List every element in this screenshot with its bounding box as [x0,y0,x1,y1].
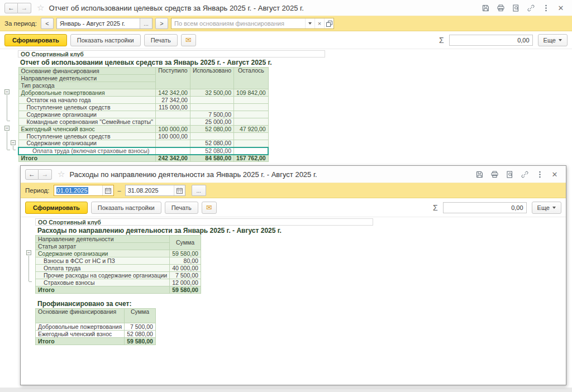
more-menu-icon[interactable] [541,3,550,12]
preview-icon[interactable] [511,3,520,12]
row-label-cell[interactable]: Итого [36,338,125,345]
value-cell[interactable]: 40 000,00 [170,265,201,272]
row-label-cell[interactable]: Страховые взносы [36,279,170,286]
row-label-cell[interactable]: Оплата труда [36,265,170,272]
company-cell[interactable]: ОО Спортивный клуб [18,50,325,58]
value-cell[interactable]: 157 762,00 [234,155,269,162]
forward-button[interactable]: → [39,169,52,180]
link-icon[interactable] [520,170,529,179]
period-field[interactable]: Январь - Август 2025 г. ... [56,18,152,29]
save-icon[interactable] [481,3,490,12]
value-cell[interactable] [234,147,269,155]
sum-field[interactable]: 0,00 [449,35,533,46]
value-cell[interactable]: 52 080,00 [190,147,233,155]
calendar-icon[interactable] [174,185,185,195]
column-header-cell[interactable]: Сумма [170,236,201,250]
row-label-cell[interactable]: Ежегодный членский взнос [36,331,125,338]
value-cell[interactable] [190,97,233,104]
value-cell[interactable] [190,133,233,140]
preview-icon[interactable] [505,170,514,179]
value-cell[interactable] [234,133,269,140]
more-button[interactable]: Еще [538,34,568,46]
settings-button[interactable]: Показать настройки [91,202,161,214]
dropdown-icon[interactable] [305,18,314,28]
row-header-cell[interactable]: Статья затрат [36,243,170,250]
settings-button[interactable]: Показать настройки [70,34,141,46]
row-label-cell[interactable]: Содержание организации [36,250,170,257]
period-choose-button[interactable]: ... [192,185,206,196]
company-cell[interactable]: ОО Спортивный клуб [35,218,373,226]
value-cell[interactable] [155,140,190,147]
value-cell[interactable]: 59 580,00 [170,250,201,257]
value-cell[interactable]: 52 080,00 [190,126,233,133]
collapse-toggle-icon[interactable]: − [11,140,16,145]
more-menu-icon[interactable] [535,170,544,179]
email-button[interactable]: ✉ [181,34,196,46]
value-cell[interactable]: 80,00 [170,257,201,265]
row-label-cell[interactable]: Добровольные пожертвования [18,89,155,97]
print-button[interactable]: Печать [144,34,178,46]
next-period-button[interactable]: > [155,18,168,29]
email-button[interactable]: ✉ [202,202,217,214]
forward-button[interactable]: → [18,3,31,13]
print-icon[interactable] [496,3,505,12]
value-cell[interactable]: 7 500,00 [190,111,233,118]
row-label-cell[interactable]: Итого [18,155,155,162]
value-cell[interactable]: 32 500,00 [190,89,233,97]
calendar-icon[interactable] [102,185,113,195]
value-cell[interactable]: 52 080,00 [190,140,233,147]
row-label-cell[interactable]: Содержание организации [18,140,155,147]
clear-icon[interactable]: × [314,18,324,28]
favorite-star-icon[interactable]: ☆ [37,3,44,13]
date-to-field[interactable]: 31.08.2025 [125,185,185,196]
value-cell[interactable]: 59 580,00 [125,338,156,345]
value-cell[interactable]: 7 500,00 [170,272,201,279]
value-cell[interactable]: 52 080,00 [125,331,156,338]
prev-period-button[interactable]: < [41,18,54,29]
generate-button[interactable]: Сформировать [4,34,67,46]
value-cell[interactable] [155,111,190,118]
back-button[interactable]: ← [25,169,39,180]
value-cell[interactable]: 7 500,00 [125,323,156,331]
row-label-cell[interactable]: Ежегодный членский взнос [18,126,155,133]
sum-field[interactable]: 0,00 [443,202,527,213]
value-cell[interactable] [155,147,190,155]
value-cell[interactable]: 100 000,00 [155,133,190,140]
more-button[interactable]: Еще [532,202,561,214]
column-header-cell[interactable]: Осталось [234,68,269,89]
row-label-cell[interactable]: Добровольные пожертвования [36,323,125,331]
value-cell[interactable] [234,104,269,111]
value-cell[interactable] [155,118,190,126]
print-icon[interactable] [490,170,499,179]
collapse-toggle-icon[interactable]: − [4,89,9,94]
collapse-toggle-icon[interactable]: − [4,126,9,131]
row-header-cell[interactable]: Основание финансирования [18,68,155,75]
column-header-cell[interactable]: Поступило [155,68,190,89]
column-header-cell[interactable]: Использовано [190,68,233,89]
financing-filter-input[interactable] [171,20,305,27]
back-button[interactable]: ← [4,3,18,13]
save-icon[interactable] [475,170,484,179]
row-label-cell[interactable]: Командные соревнования "Семейные старты" [18,118,155,126]
value-cell[interactable]: 84 580,00 [190,155,233,162]
collapse-toggle-icon[interactable]: − [26,250,31,255]
row-header-cell[interactable]: Направление деятельности [36,236,170,243]
generate-button[interactable]: Сформировать [25,202,88,214]
row-header-cell[interactable]: Направление деятельности [18,75,155,82]
link-icon[interactable] [526,3,535,12]
row-header-cell[interactable]: Тип расхода [18,82,155,89]
row-label-cell[interactable]: Оплата труда (включая страховые взносы) [18,147,155,155]
value-cell[interactable]: 59 580,00 [170,286,201,294]
row-label-cell[interactable]: Содержание организации [18,111,155,118]
close-icon[interactable]: ✕ [556,3,565,12]
open-list-icon[interactable] [324,18,333,28]
value-cell[interactable]: 109 842,00 [234,89,269,97]
value-cell[interactable]: 142 342,00 [155,89,190,97]
value-cell[interactable] [190,104,233,111]
value-cell[interactable]: 27 342,00 [155,97,190,104]
date-from-field[interactable]: 01.01.2025 [54,185,114,196]
value-cell[interactable]: 25 000,00 [190,118,233,126]
row-label-cell[interactable]: Поступление целевых средств [18,104,155,111]
value-cell[interactable]: 115 000,00 [155,104,190,111]
row-label-cell[interactable]: Прочие расходы на содержание организации [36,272,170,279]
